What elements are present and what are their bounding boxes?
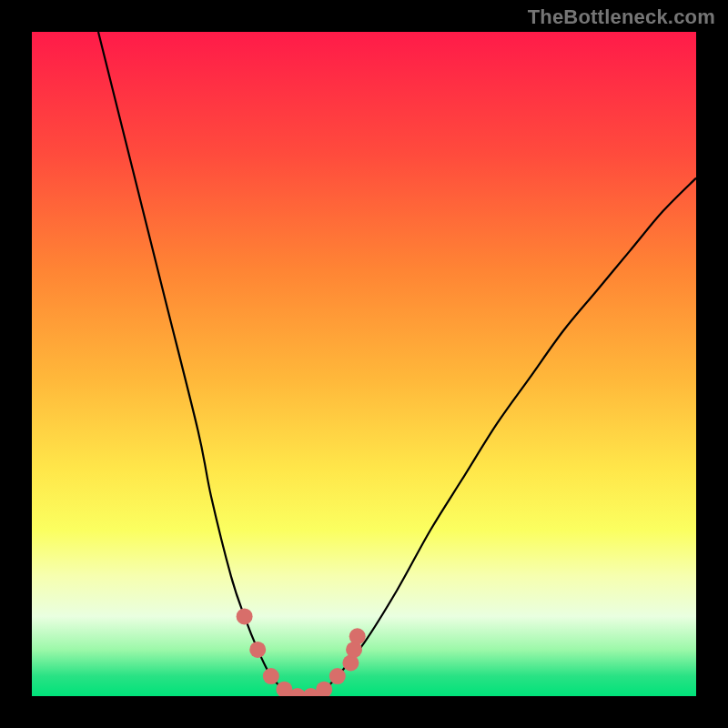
marker-dot bbox=[263, 668, 279, 684]
watermark-text: TheBottleneck.com bbox=[528, 5, 715, 29]
marker-dot bbox=[237, 608, 253, 624]
bottleneck-curve bbox=[98, 32, 696, 696]
chart-frame: TheBottleneck.com bbox=[0, 0, 728, 728]
marker-dot bbox=[249, 642, 266, 658]
threshold-markers bbox=[237, 608, 366, 696]
marker-dot bbox=[329, 668, 346, 684]
plot-area bbox=[32, 32, 696, 696]
marker-dot bbox=[349, 628, 366, 644]
chart-svg bbox=[32, 32, 696, 696]
